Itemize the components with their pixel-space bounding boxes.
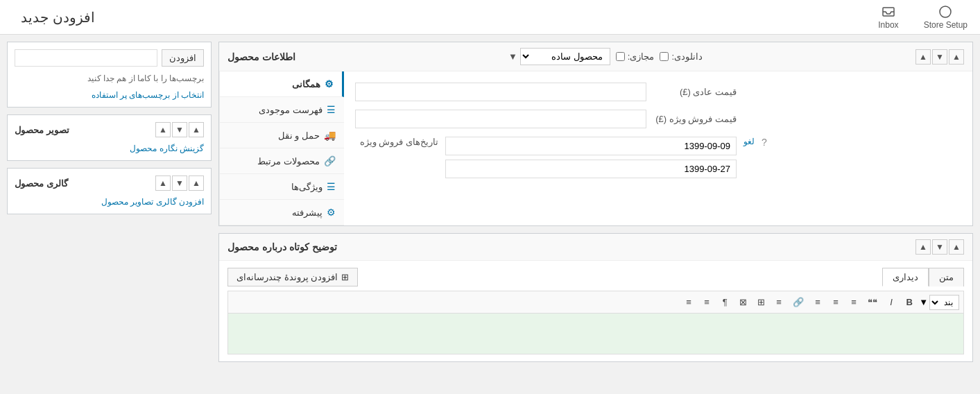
gallery-down-btn[interactable]: ▼ (172, 175, 187, 191)
regular-price-input[interactable] (355, 83, 646, 101)
general-icon: ⚙ (325, 78, 334, 89)
short-desc-expand-btn[interactable]: ▲ (915, 239, 931, 255)
bold-btn[interactable]: B (901, 294, 918, 310)
sale-dates-fields (445, 137, 737, 178)
page-title: افزودن جدید (21, 9, 95, 26)
attributes-icon: ☰ (327, 181, 336, 192)
tab-general-label: همگانی (292, 79, 320, 89)
tab-visual[interactable]: دیداری (882, 268, 929, 286)
format-dropdown-icon: ▼ (919, 297, 928, 307)
ol-btn[interactable]: ≡ (680, 294, 697, 310)
blockquote-btn[interactable]: ❝❝ (863, 294, 882, 310)
paragraph-btn[interactable]: ¶ (716, 294, 733, 310)
inbox-icon (882, 5, 895, 19)
tab-inventory[interactable]: ☰ فهرست موجودی (220, 97, 344, 123)
product-info-up-btn[interactable]: ▲ (949, 49, 964, 65)
product-info-expand-btn[interactable]: ▲ (915, 49, 931, 65)
tab-linked-products[interactable]: 🔗 محصولات مرتبط (220, 148, 344, 174)
gallery-up-btn[interactable]: ▲ (189, 175, 204, 191)
downloadable-checkbox[interactable] (660, 52, 669, 61)
short-desc-header: ▲ ▼ ▲ توضیح کوتاه درباره محصول (219, 234, 972, 261)
tags-panel: افزودن برچسب‌ها را با کاما از هم جدا کنی… (7, 42, 212, 108)
editor-content-area[interactable] (227, 313, 964, 354)
store-setup-label: Store Setup (924, 20, 968, 30)
image-panel-expand-btn[interactable]: ▲ (155, 122, 171, 137)
linked-icon: 🔗 (324, 155, 336, 166)
downloadable-label: دانلودی: (671, 51, 703, 62)
inventory-icon: ☰ (327, 104, 336, 115)
sale-price-row: قیمت فروش ویژه (£) (355, 110, 961, 128)
inbox-nav[interactable]: Inbox (872, 5, 904, 30)
remove-format-btn[interactable]: ⊠ (734, 294, 751, 310)
tags-input[interactable] (15, 49, 157, 67)
gallery-panel-controls: ▲ ▼ ▲ (155, 175, 204, 191)
editor-tabs-left: متن دیداری (882, 268, 964, 286)
tab-attributes[interactable]: ☰ ویژگی‌ها (220, 174, 344, 200)
product-info-controls: دانلودی: مجازی: محصول ساده محصول متغیر م… (508, 48, 703, 65)
ul-btn[interactable]: ≡ (698, 294, 715, 310)
link-btn[interactable]: 🔗 (789, 294, 808, 310)
product-image-panel: ▲ ▼ ▲ تصویر محصول گزینش نگاره محصول (7, 114, 212, 161)
store-setup-nav[interactable]: Store Setup (918, 5, 973, 30)
image-panel-down-btn[interactable]: ▼ (172, 122, 187, 137)
inbox-label: Inbox (878, 20, 898, 30)
product-info-header: ▲ ▼ ▲ دانلودی: مجازی: محصول سا (219, 42, 972, 71)
tab-shipping-label: حمل و نقل (278, 130, 320, 141)
italic-btn[interactable]: I (883, 294, 900, 310)
virtual-checkbox[interactable] (616, 52, 625, 61)
popular-tags-link[interactable]: انتخاب از برچسب‌های پر استفاده (92, 90, 204, 100)
cancel-sale-dates-link[interactable]: لغو (743, 137, 755, 146)
align-right-btn[interactable]: ≡ (809, 294, 826, 310)
downloadable-checkbox-label[interactable]: دانلودی: (660, 51, 703, 62)
product-type-wrapper: محصول ساده محصول متغیر محصول گروهی محصول… (508, 48, 610, 65)
align-btn[interactable]: ≡ (845, 294, 862, 310)
sale-dates-label: تاریخ‌های فروش ویژه (355, 137, 438, 147)
editor-toolbar: بند ▼ B I ❝❝ ≡ ≡ ≡ 🔗 ≡ ⊞ ⊠ ¶ ≡ ≡ (227, 291, 964, 313)
virtual-checkbox-label[interactable]: مجازی: (616, 51, 655, 62)
gallery-link[interactable]: افزودن گالری تصاویر محصول (101, 197, 204, 207)
main-layout: افزودن برچسب‌ها را با کاما از هم جدا کنی… (0, 35, 980, 394)
product-info-panel: ▲ ▼ ▲ دانلودی: مجازی: محصول سا (218, 42, 973, 226)
short-desc-up-btn[interactable]: ▲ (949, 239, 964, 255)
short-desc-title: توضیح کوتاه درباره محصول (227, 241, 337, 252)
strikethrough-btn[interactable]: ≡ (771, 294, 787, 310)
product-info-move-controls: ▲ ▼ ▲ (915, 49, 964, 65)
content-area: ▲ ▼ ▲ دانلودی: مجازی: محصول سا (218, 42, 973, 387)
tab-advanced[interactable]: ⚙ پیشرفته (220, 200, 344, 225)
tab-linked-label: محصولات مرتبط (257, 156, 320, 166)
short-desc-controls: ▲ ▼ ▲ (915, 239, 964, 255)
add-tag-button[interactable]: افزودن (162, 49, 204, 67)
add-media-button[interactable]: ⊞ افزودن پروندۀ چندرسانه‌ای (227, 268, 358, 286)
product-image-link[interactable]: گزینش نگاره محصول (130, 144, 204, 153)
sale-price-input[interactable] (355, 110, 646, 128)
product-info-title: اطلاعات محصول (227, 51, 295, 62)
product-info-down-btn[interactable]: ▼ (932, 49, 947, 65)
table-btn[interactable]: ⊞ (753, 294, 769, 310)
format-select[interactable]: بند (929, 295, 959, 310)
help-icon: ? (762, 137, 767, 148)
tags-hint: برچسب‌ها را با کاما از هم جدا کنید (15, 72, 204, 85)
svg-point-0 (940, 6, 951, 17)
tab-advanced-label: پیشرفته (292, 207, 323, 218)
tags-input-row: افزودن (15, 49, 204, 67)
gallery-expand-btn[interactable]: ▲ (155, 175, 171, 191)
image-panel-up-btn[interactable]: ▲ (189, 122, 204, 137)
tab-shipping[interactable]: 🚚 حمل و نقل (220, 123, 344, 148)
tab-general[interactable]: ⚙ همگانی (220, 71, 344, 97)
short-desc-down-btn[interactable]: ▼ (932, 239, 947, 255)
tab-text[interactable]: متن (929, 268, 964, 286)
product-info-tabs-container: قیمت عادی (£) قیمت فروش ویژه (£) ? لغو (219, 71, 972, 225)
sale-date-to-input[interactable] (445, 160, 737, 178)
product-type-select[interactable]: محصول ساده محصول متغیر محصول گروهی محصول… (520, 48, 610, 65)
sale-date-from-input[interactable] (445, 137, 737, 155)
sidebar: افزودن برچسب‌ها را با کاما از هم جدا کنی… (7, 42, 212, 387)
regular-price-label: قیمت عادی (£) (653, 87, 737, 97)
add-media-label: افزودن پروندۀ چندرسانه‌ای (237, 272, 338, 282)
tab-text-label: متن (939, 272, 954, 282)
gallery-panel: ▲ ▼ ▲ گالری محصول افزودن گالری تصاویر مح… (7, 168, 212, 214)
shipping-icon: 🚚 (324, 130, 336, 141)
gallery-header: ▲ ▼ ▲ گالری محصول (15, 175, 204, 191)
regular-price-row: قیمت عادی (£) (355, 83, 961, 101)
align-center-btn[interactable]: ≡ (827, 294, 844, 310)
virtual-label: مجازی: (628, 51, 655, 62)
